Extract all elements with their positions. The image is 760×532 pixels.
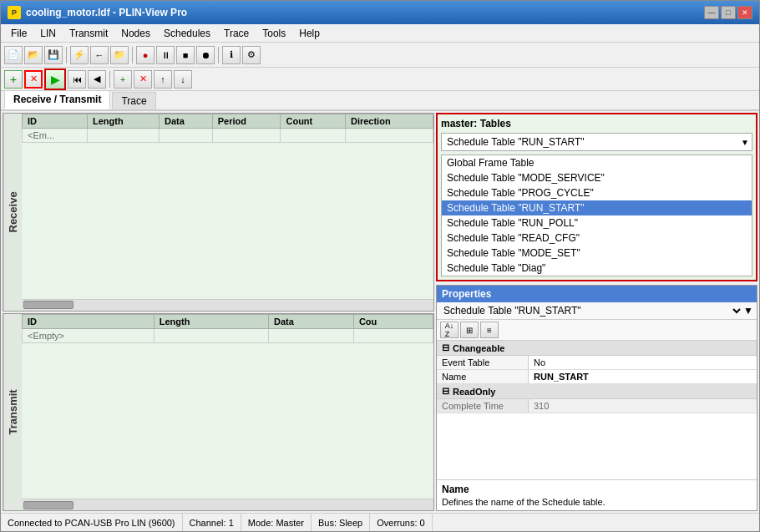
red-remove-button[interactable]: ✕ — [24, 70, 43, 89]
gear-button[interactable]: ⚙ — [242, 46, 261, 64]
close-button[interactable]: ✕ — [737, 6, 752, 19]
record2-button[interactable]: ⏺ — [196, 46, 215, 64]
bolt-button[interactable]: ⚡ — [70, 46, 89, 64]
main-content: Receive ID Length Data Period Count — [1, 111, 759, 513]
transmit-hscroll[interactable] — [22, 499, 433, 510]
delete-row-button[interactable]: ✕ — [134, 70, 152, 89]
master-tables-dropdown[interactable]: Schedule Table "RUN_START" — [441, 133, 752, 151]
add-row-button[interactable]: + — [114, 70, 132, 89]
receive-table: ID Length Data Period Count Direction — [22, 114, 433, 143]
status-overruns: Overruns: 0 — [370, 514, 432, 531]
transmit-table-area[interactable]: ID Length Data Cou <Empty> — [22, 314, 433, 499]
receive-row-length — [88, 129, 160, 143]
list-item-global[interactable]: Global Frame Table — [442, 155, 752, 170]
menu-schedules[interactable]: Schedules — [157, 26, 217, 41]
new-button[interactable]: 📄 — [4, 46, 23, 64]
main-window: P cooling_motor.ldf - PLIN-View Pro — □ … — [0, 0, 760, 532]
record-red-button[interactable]: ● — [136, 46, 155, 64]
maximize-button[interactable]: □ — [721, 6, 736, 19]
readonly-expand-icon: ⊟ — [442, 386, 449, 397]
list-item-mode-service[interactable]: Schedule Table "MODE_SERVICE" — [442, 170, 752, 185]
menu-lin[interactable]: LIN — [33, 26, 63, 41]
menu-file[interactable]: File — [4, 26, 33, 41]
receive-panel: Receive ID Length Data Period Count — [3, 113, 434, 312]
name-label: Name — [437, 370, 529, 383]
toolbar-sep-3 — [218, 47, 219, 63]
receive-label: Receive — [3, 114, 22, 311]
receive-scroll-wrapper: ID Length Data Period Count Direction — [22, 114, 433, 311]
receive-col-length: Length — [88, 114, 160, 129]
master-tables-panel: master: Tables Schedule Table "RUN_START… — [436, 113, 757, 281]
menu-trace[interactable]: Trace — [217, 26, 256, 41]
complete-time-row: Complete Time 310 — [437, 399, 757, 413]
green-add-button[interactable]: + — [4, 70, 23, 89]
list-item-mode-set[interactable]: Schedule Table "MODE_SET" — [442, 246, 752, 261]
receive-col-id: ID — [23, 114, 88, 129]
move-up-button[interactable]: ↑ — [154, 70, 172, 89]
receive-hscroll[interactable] — [22, 299, 433, 311]
master-tables-list: Global Frame Table Schedule Table "MODE_… — [441, 155, 752, 276]
status-bus: Bus: Sleep — [312, 514, 370, 531]
list-item-read-cfg[interactable]: Schedule Table "READ_CFG" — [442, 231, 752, 246]
receive-row-id: <Em... — [23, 129, 88, 143]
title-bar: P cooling_motor.ldf - PLIN-View Pro — □ … — [1, 1, 759, 24]
description-text: Defines the name of the Schedule table. — [442, 497, 752, 507]
info-button[interactable]: ℹ — [222, 46, 241, 64]
transmit-row-empty: <Empty> — [23, 328, 433, 342]
move-down-button[interactable]: ↓ — [174, 70, 192, 89]
list-item-diag[interactable]: Schedule Table "Diag" — [442, 261, 752, 276]
menu-nodes[interactable]: Nodes — [114, 26, 157, 41]
properties-panel: Properties Schedule Table "RUN_START" ▼ … — [436, 285, 757, 511]
list-item-prog-cycle[interactable]: Schedule Table "PROG_CYCLE" — [442, 185, 752, 200]
event-table-value[interactable]: No — [529, 356, 757, 369]
transmit-hscroll-thumb[interactable] — [23, 501, 73, 509]
properties-toolbar: A↓Z ⊞ ≡ — [437, 320, 757, 341]
stop-button[interactable]: ■ — [176, 46, 195, 64]
list-item-run-start[interactable]: Schedule Table "RUN_START" — [442, 200, 752, 215]
transmit-row-data — [269, 328, 354, 342]
transmit-row-id: <Empty> — [23, 328, 155, 342]
readonly-section-header: ⊟ ReadOnly — [437, 384, 757, 399]
tab-trace[interactable]: Trace — [112, 92, 155, 109]
name-row: Name RUN_START — [437, 370, 757, 384]
receive-table-area[interactable]: ID Length Data Period Count Direction — [22, 114, 433, 299]
menu-bar: File LIN Transmit Nodes Schedules Trace … — [1, 24, 759, 43]
receive-hscroll-thumb[interactable] — [23, 301, 73, 309]
toolbar2-sep-1 — [109, 71, 110, 88]
properties-dropdown[interactable]: Schedule Table "RUN_START" — [440, 304, 743, 317]
prop-list-button[interactable]: ≡ — [480, 322, 499, 338]
first-button[interactable]: ⏮ — [68, 70, 86, 89]
window-controls: — □ ✕ — [704, 6, 752, 19]
readonly-label: ReadOnly — [453, 387, 495, 397]
toolbar-sep-2 — [132, 47, 133, 63]
title-bar-left: P cooling_motor.ldf - PLIN-View Pro — [8, 6, 187, 19]
receive-row-data — [159, 129, 212, 143]
back-button[interactable]: ← — [90, 46, 109, 64]
menu-transmit[interactable]: Transmit — [63, 26, 114, 41]
sort-az-button[interactable]: A↓Z — [440, 322, 459, 338]
tab-receive-transmit[interactable]: Receive / Transmit — [4, 90, 110, 109]
receive-col-period: Period — [212, 114, 281, 129]
receive-row-empty: <Em... — [23, 129, 433, 143]
transmit-table: ID Length Data Cou <Empty> — [22, 314, 433, 343]
receive-row-count — [281, 129, 345, 143]
open-button[interactable]: 📂 — [24, 46, 43, 64]
event-table-label: Event Table — [437, 356, 529, 369]
play-button[interactable]: ▶ — [44, 68, 66, 90]
menu-help[interactable]: Help — [292, 26, 327, 41]
minimize-button[interactable]: — — [704, 6, 719, 19]
sort-icon-button[interactable]: ⊞ — [460, 322, 479, 338]
menu-tools[interactable]: Tools — [256, 26, 292, 41]
play-icon: ▶ — [51, 73, 60, 86]
properties-scroll-area[interactable]: ⊟ Changeable Event Table No Name RUN_STA… — [437, 341, 757, 479]
description-title: Name — [442, 484, 752, 495]
list-item-run-poll[interactable]: Schedule Table "RUN_POLL" — [442, 215, 752, 231]
save-button[interactable]: 💾 — [44, 46, 63, 64]
changeable-label: Changeable — [453, 343, 504, 353]
pause-button[interactable]: ⏸ — [156, 46, 175, 64]
transmit-row-length — [154, 328, 268, 342]
folder-button[interactable]: 📁 — [110, 46, 129, 64]
master-tables-dropdown-container: Schedule Table "RUN_START" ▼ — [441, 133, 752, 151]
name-value[interactable]: RUN_START — [529, 370, 757, 383]
prev-button[interactable]: ◀ — [88, 70, 106, 89]
